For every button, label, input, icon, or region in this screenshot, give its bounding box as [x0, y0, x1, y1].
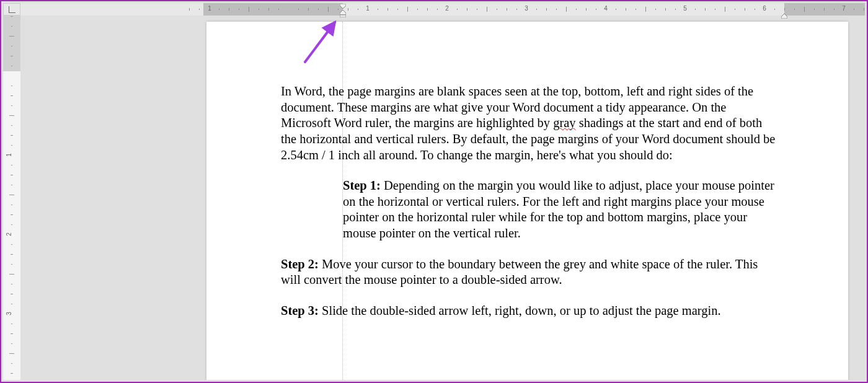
document-page[interactable]: In Word, the page margins are blank spac… [206, 22, 848, 380]
text: Depending on the margin you would like t… [343, 178, 774, 240]
step3-paragraph[interactable]: Step 3: Slide the double-sided arrow lef… [281, 303, 777, 319]
first-line-indent-marker-icon[interactable] [340, 4, 346, 9]
ruler-number: 1 [6, 153, 12, 157]
h-ruler-ticks: 1 1 2 3 4 5 6 7 [20, 3, 865, 15]
ruler-number: 7 [842, 5, 846, 12]
step2-paragraph[interactable]: Step 2: Move your cursor to the boundary… [281, 257, 777, 288]
spellcheck-squiggle[interactable]: gray [553, 116, 575, 130]
horizontal-ruler[interactable]: 1 1 2 3 4 5 6 7 [20, 3, 865, 15]
text: Slide the double-sided arrow left, right… [319, 304, 721, 317]
step-label: Step 1: [343, 178, 381, 192]
ruler-number: 3 [6, 312, 12, 315]
step-label: Step 3: [281, 304, 319, 317]
ruler-number: 2 [6, 232, 12, 236]
left-indent-marker-icon[interactable] [340, 10, 346, 16]
document-content[interactable]: In Word, the page margins are blank spac… [281, 84, 777, 334]
intro-paragraph[interactable]: In Word, the page margins are blank spac… [281, 84, 777, 163]
v-ruler-top-margin[interactable] [3, 15, 20, 71]
ruler-number: 2 [445, 5, 449, 12]
ruler-corner[interactable] [3, 3, 20, 15]
ruler-number: 1 [208, 5, 211, 12]
vertical-ruler[interactable]: 1 2 3 [3, 15, 20, 380]
step1-paragraph[interactable]: Step 1: Depending on the margin you woul… [343, 178, 777, 242]
step-label: Step 2: [281, 257, 319, 271]
right-indent-marker-icon[interactable] [781, 10, 787, 15]
document-area[interactable]: In Word, the page margins are blank spac… [20, 15, 865, 380]
ruler-number: 4 [604, 5, 608, 12]
text: Move your cursor to the boundary between… [281, 257, 758, 287]
ruler-number: 5 [683, 5, 687, 12]
svg-rect-0 [340, 15, 346, 17]
ruler-number: 6 [763, 5, 766, 12]
ruler-number: 1 [366, 5, 370, 12]
ruler-number: 3 [525, 5, 528, 12]
